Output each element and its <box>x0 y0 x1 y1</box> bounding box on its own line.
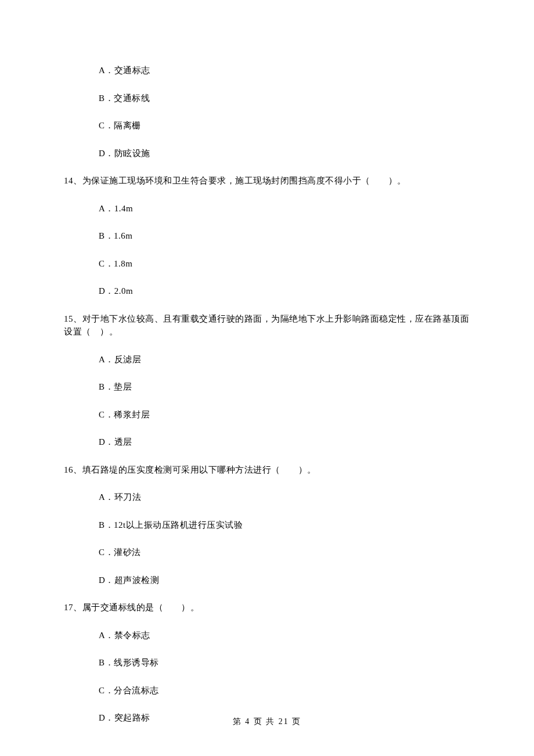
q14-option-c: C．1.8m <box>99 257 470 271</box>
page-content: A．交通标志 B．交通标线 C．隔离栅 D．防眩设施 14、为保证施工现场环境和… <box>0 0 534 725</box>
q15-text: 15、对于地下水位较高、且有重载交通行驶的路面，为隔绝地下水上升影响路面稳定性，… <box>64 312 470 339</box>
q17-text: 17、属于交通标线的是（ ）。 <box>64 601 470 614</box>
q14-text: 14、为保证施工现场环境和卫生符合要求，施工现场封闭围挡高度不得小于（ ）。 <box>64 174 470 188</box>
q16-option-b: B．12t以上振动压路机进行压实试验 <box>99 519 470 532</box>
q13-option-c: C．隔离栅 <box>99 119 470 132</box>
q15-option-b: B．垫层 <box>99 380 470 394</box>
q14-option-b: B．1.6m <box>99 229 470 243</box>
q13-option-d: D．防眩设施 <box>99 147 470 160</box>
q15-option-a: A．反滤层 <box>99 353 470 366</box>
q17-option-a: A．禁令标志 <box>99 629 470 642</box>
q16-option-c: C．灌砂法 <box>99 546 470 559</box>
q13-option-b: B．交通标线 <box>99 92 470 105</box>
q14-option-d: D．2.0m <box>99 285 470 298</box>
q16-text: 16、填石路堤的压实度检测可采用以下哪种方法进行（ ）。 <box>64 463 470 477</box>
q17-option-c: C．分合流标志 <box>99 684 470 697</box>
page-footer: 第 4 页 共 21 页 <box>0 717 534 727</box>
q16-option-d: D．超声波检测 <box>99 574 470 587</box>
q15-option-d: D．透层 <box>99 435 470 449</box>
q17-option-b: B．线形诱导标 <box>99 656 470 669</box>
q16-option-a: A．环刀法 <box>99 491 470 504</box>
q14-option-a: A．1.4m <box>99 202 470 215</box>
q13-option-a: A．交通标志 <box>99 64 470 77</box>
q15-option-c: C．稀浆封层 <box>99 408 470 422</box>
